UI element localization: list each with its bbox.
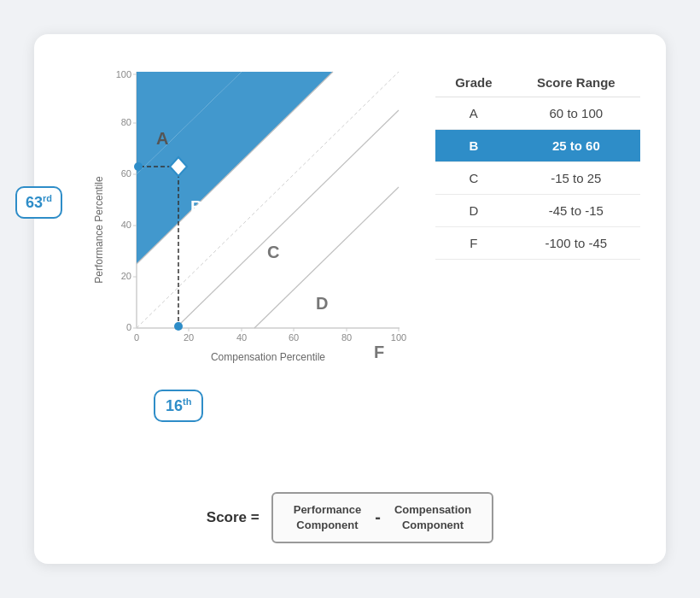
svg-text:40: 40 (121, 220, 131, 230)
col-header-range: Score Range (512, 68, 640, 97)
grade-f-label: F (374, 343, 384, 361)
main-card: 63rd Performance Percentile 0 20 (34, 34, 666, 564)
svg-text:0: 0 (126, 322, 131, 332)
svg-text:80: 80 (121, 117, 131, 127)
score-equals-label: Score = (207, 509, 260, 526)
badge-63rd: 63rd (15, 186, 62, 219)
range-cell-a: 60 to 100 (512, 97, 640, 130)
svg-text:40: 40 (236, 332, 247, 343)
x-axis-marker (174, 322, 183, 331)
col-header-grade: Grade (435, 68, 512, 97)
grade-table: Grade Score Range A60 to 100B25 to 60C-1… (435, 68, 640, 260)
grade-c-label: C (267, 243, 279, 261)
content-area: 63rd Performance Percentile 0 20 (60, 60, 640, 475)
svg-text:60: 60 (121, 168, 131, 179)
grade-cell-c: C (435, 162, 512, 195)
grade-cell-f: F (435, 227, 512, 260)
grade-d-label: D (316, 294, 328, 313)
badge-63-sup: rd (43, 193, 52, 203)
svg-text:60: 60 (289, 332, 299, 343)
compensation-component-label: CompensationComponent (394, 502, 471, 533)
badge-63-value: 63 (26, 194, 43, 211)
range-cell-b: 25 to 60 (512, 130, 640, 162)
badge-16-sup: th (183, 396, 191, 407)
svg-text:80: 80 (341, 332, 352, 343)
chart-svg-wrapper: Performance Percentile 0 20 40 60 (92, 63, 408, 383)
range-cell-c: -15 to 25 (512, 162, 640, 195)
grade-a-label: A (156, 129, 168, 148)
svg-text:0: 0 (134, 332, 139, 343)
performance-component-label: PerformanceComponent (294, 502, 361, 533)
range-cell-d: -45 to -15 (512, 195, 640, 227)
range-cell-f: -100 to -45 (512, 227, 640, 260)
svg-text:Compensation Percentile: Compensation Percentile (211, 351, 325, 363)
grade-b-label: B (190, 197, 202, 216)
svg-text:100: 100 (116, 69, 131, 79)
svg-text:100: 100 (391, 332, 406, 343)
grade-cell-d: D (435, 195, 512, 227)
badge-16-value: 16 (166, 397, 183, 414)
y-axis-marker (134, 162, 143, 171)
formula-minus: - (375, 507, 381, 527)
grade-cell-b: B (435, 130, 512, 162)
svg-text:20: 20 (184, 332, 194, 343)
y-axis-label: Performance Percentile (93, 176, 105, 284)
formula-bracket: PerformanceComponent - CompensationCompo… (271, 492, 493, 543)
grade-cell-a: A (435, 97, 512, 130)
grade-table-area: Grade Score Range A60 to 100B25 to 60C-1… (427, 60, 640, 475)
svg-text:20: 20 (121, 271, 131, 281)
score-formula: Score = PerformanceComponent - Compensat… (60, 492, 640, 543)
badge-16th: 16th (154, 390, 203, 422)
chart-svg: Performance Percentile 0 20 40 60 (92, 63, 408, 379)
chart-area: 63rd Performance Percentile 0 20 (60, 60, 418, 475)
